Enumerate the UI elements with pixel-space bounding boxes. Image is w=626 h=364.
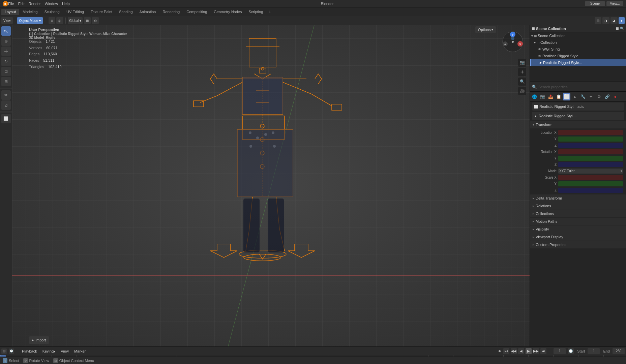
measure-btn[interactable]: ⊿	[1, 100, 11, 110]
timeline-type-icon[interactable]: ⊟	[1, 348, 7, 354]
scale-y-field[interactable]	[558, 181, 623, 186]
tl-next-frame[interactable]: ▶▶	[533, 348, 539, 354]
delta-transform-section[interactable]: ▸ Delta Transform	[530, 194, 626, 202]
transform-tool-btn[interactable]: ⊞	[1, 77, 11, 86]
tab-shading[interactable]: Shading	[116, 9, 136, 15]
viewport-shading-wire[interactable]: ⊟	[595, 17, 601, 24]
transform-pivot-btn[interactable]: ⊕	[49, 17, 55, 24]
menu-file[interactable]: File	[8, 2, 14, 6]
3d-viewport[interactable]: User Perspective (1) Collection | Realis…	[12, 25, 530, 346]
location-x-field[interactable]	[558, 130, 623, 135]
tab-layout[interactable]: Layout	[1, 9, 19, 15]
rotate-tool-btn[interactable]: ↻	[1, 57, 11, 66]
end-frame-input[interactable]: 250	[613, 348, 625, 354]
outliner-realistic-1[interactable]: 👁 Realistic Rigged Style...	[530, 53, 626, 59]
rotation-mode-dropdown[interactable]: XYZ Euler ▾	[558, 169, 623, 174]
custom-properties-section[interactable]: ▸ Custom Properties	[530, 241, 626, 248]
visibility-section[interactable]: ▸ Visibility	[530, 225, 626, 233]
props-render-icon[interactable]: 📷	[539, 93, 546, 100]
tab-uv-editing[interactable]: UV Editing	[63, 9, 87, 15]
move-viewport-icon[interactable]: ✛	[518, 68, 526, 76]
props-modifier-icon[interactable]: 🔧	[579, 93, 587, 100]
collections-section[interactable]: ▸ Collections	[530, 210, 626, 217]
props-physics-icon[interactable]: ⚙	[595, 93, 603, 100]
object-mode-dropdown[interactable]: Object Mode ▾	[17, 17, 43, 24]
add-workspace-button[interactable]: +	[266, 9, 273, 14]
tab-sculpting[interactable]: Sculpting	[41, 9, 63, 15]
tab-compositing[interactable]: Compositing	[183, 9, 210, 15]
object-name-label[interactable]: Realistic Rigged Styl....actc	[539, 104, 584, 109]
viewport-shading-render[interactable]: ●	[619, 17, 625, 24]
camera-view-icon[interactable]: 🎥	[518, 87, 526, 95]
motion-paths-section[interactable]: ▸ Motion Paths	[530, 218, 626, 225]
timeline-clock-icon[interactable]: 🕐	[9, 348, 14, 354]
keying-menu[interactable]: Keying▾	[40, 349, 58, 353]
location-z-field[interactable]	[558, 143, 623, 148]
outliner-scene-collection[interactable]: ▾ ⊞ Scene Collection	[530, 32, 626, 39]
marker-menu[interactable]: Marker	[72, 349, 88, 353]
props-data-icon[interactable]: ●	[612, 93, 619, 100]
location-y-field[interactable]	[558, 136, 623, 142]
props-mesh-icon[interactable]: ▲	[571, 93, 578, 100]
import-button[interactable]: ▸ Import	[29, 336, 49, 344]
global-dropdown[interactable]: Global▾	[68, 17, 83, 24]
tab-scripting[interactable]: Scripting	[245, 9, 266, 15]
outliner-realistic-2-active[interactable]: 👁 Realistic Rigged Style...	[530, 59, 626, 66]
viewport-display-section[interactable]: ▸ Viewport Display	[530, 233, 626, 241]
tab-texture-paint[interactable]: Texture Paint	[87, 9, 116, 15]
move-tool-btn[interactable]: ✛	[1, 47, 11, 56]
playback-menu[interactable]: Playback	[20, 349, 39, 353]
tab-modeling[interactable]: Modeling	[19, 9, 41, 15]
camera-icon[interactable]: 📷	[518, 59, 526, 67]
menu-help[interactable]: Help	[62, 2, 70, 6]
add-cube-btn[interactable]: ⬜	[1, 114, 11, 123]
outliner-filter-icon[interactable]: ⊟	[616, 27, 619, 30]
snap-toggle[interactable]: ⊞	[84, 17, 91, 24]
props-constraints-icon[interactable]: 🔗	[603, 93, 611, 100]
zoom-viewport-icon[interactable]: 🔍	[518, 78, 526, 86]
properties-search-placeholder[interactable]: Search properties...	[538, 85, 571, 89]
tl-prev-frame[interactable]: ◀	[518, 348, 524, 354]
viewport-shading-mat[interactable]: ◕	[610, 17, 618, 24]
current-frame-input[interactable]: 1	[554, 348, 566, 354]
start-frame-input[interactable]: 1	[588, 348, 600, 354]
proportional-editing-btn[interactable]: ◎	[56, 17, 63, 24]
cursor-tool-btn[interactable]: ⊕	[1, 36, 11, 46]
outliner-wgts-rig[interactable]: 👁 WGTS_rig	[530, 46, 626, 53]
options-button[interactable]: Options ▾	[475, 26, 496, 33]
outliner-collection[interactable]: ▾ ◻ Collection	[530, 39, 626, 46]
viewport-shading-solid[interactable]: ◑	[602, 17, 609, 24]
mesh-name-label[interactable]: Realistic Rigged Styl....	[539, 114, 577, 118]
props-view-layer-icon[interactable]: 📋	[555, 93, 562, 100]
props-output-icon[interactable]: 📤	[547, 93, 554, 100]
navigation-gizmo[interactable]: Y X -X	[499, 28, 526, 55]
proportional-falloff[interactable]: ⊙	[92, 17, 99, 24]
tab-rendering[interactable]: Rendering	[159, 9, 183, 15]
relations-section[interactable]: ▸ Relations	[530, 202, 626, 210]
tl-prev-key[interactable]: ◀◀	[511, 348, 517, 354]
view-menu[interactable]: View	[59, 349, 71, 353]
menu-render[interactable]: Render	[29, 2, 41, 6]
select-tool-btn[interactable]: ↖	[1, 26, 11, 36]
rotation-z-field[interactable]	[558, 162, 623, 167]
tl-play[interactable]: ▶	[526, 348, 532, 354]
tab-animation[interactable]: Animation	[136, 9, 159, 15]
props-scene-icon[interactable]: 🌐	[531, 93, 538, 100]
props-object-icon[interactable]: ⬜	[563, 93, 570, 100]
tl-jump-end[interactable]: ⏭	[540, 348, 546, 354]
scale-tool-btn[interactable]: ⊡	[1, 67, 11, 76]
scale-z-field[interactable]	[558, 188, 623, 193]
props-particles-icon[interactable]: ✦	[587, 93, 595, 100]
tab-geometry-nodes[interactable]: Geometry Nodes	[210, 9, 245, 15]
scale-x-field[interactable]	[558, 175, 623, 180]
rotation-x-field[interactable]	[558, 149, 623, 154]
outliner-search-icon[interactable]: 🔍	[620, 27, 624, 30]
view-menu-btn[interactable]: View	[1, 17, 13, 24]
annotate-btn[interactable]: ✏	[1, 90, 11, 100]
rotation-y-field[interactable]	[558, 156, 623, 161]
transform-section-header[interactable]: ▾ Transform	[530, 121, 626, 128]
menu-window[interactable]: Window	[45, 2, 58, 6]
tl-jump-start[interactable]: ⏮	[503, 348, 509, 354]
menu-edit[interactable]: Edit	[18, 2, 25, 6]
view-btn[interactable]: View...	[606, 1, 623, 6]
